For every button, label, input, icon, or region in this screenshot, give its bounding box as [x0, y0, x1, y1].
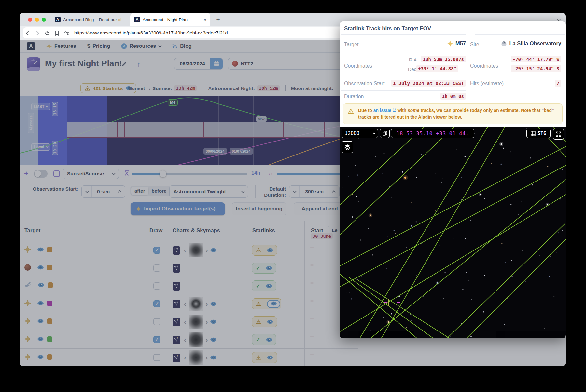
skychart-icon[interactable]: [173, 336, 180, 344]
after-before-toggle[interactable]: after before: [130, 186, 171, 196]
table-row[interactable]: ‹›: [20, 313, 358, 331]
skychart-icon[interactable]: [173, 354, 180, 362]
view-target-icon[interactable]: [38, 283, 44, 287]
observation-segment[interactable]: [244, 122, 283, 138]
tab-night-plan[interactable]: A Arcsecond - Night Plan ×: [130, 13, 210, 26]
new-tab-button[interactable]: +: [214, 16, 222, 23]
skymap-thumbnail[interactable]: [189, 243, 203, 257]
observation-segment[interactable]: [203, 122, 244, 138]
skychart-icon[interactable]: [173, 264, 180, 273]
time-range-slider[interactable]: [132, 173, 247, 175]
projection-button[interactable]: STG: [526, 129, 551, 138]
zoom-window-button[interactable]: [42, 18, 46, 22]
observation-segment[interactable]: [121, 122, 124, 138]
stepper-up-icon[interactable]: [115, 190, 125, 193]
chevron-right-icon[interactable]: ›: [206, 247, 208, 254]
skymap-thumbnail[interactable]: [189, 297, 203, 311]
color-swatch[interactable]: [47, 318, 52, 324]
view-hits-icon[interactable]: [266, 266, 272, 270]
color-swatch[interactable]: [47, 301, 52, 306]
starlink-hits-pill[interactable]: ✓: [252, 280, 276, 291]
view-target-icon[interactable]: [37, 247, 44, 252]
local-time-select[interactable]: Local: [31, 143, 50, 151]
view-hits-icon[interactable]: [267, 248, 273, 252]
draw-checkbox[interactable]: [153, 247, 160, 254]
view-hits-icon[interactable]: [267, 319, 273, 324]
table-row[interactable]: ✓: [20, 277, 358, 295]
observation-segment[interactable]: [163, 122, 203, 138]
starlink-hits-pill[interactable]: [252, 316, 277, 327]
aladin-viewer[interactable]: J2000 18 53 35.10 +33 01 44. STG Center …: [340, 127, 566, 338]
draw-checkbox[interactable]: [153, 264, 160, 272]
draw-checkbox[interactable]: [153, 336, 160, 343]
starlinks-warning-pill[interactable]: 421 Starlinks: [80, 83, 136, 93]
observation-segment[interactable]: [283, 122, 324, 138]
view-target-icon[interactable]: [37, 319, 44, 323]
starlink-hits-pill[interactable]: ✓: [252, 334, 276, 345]
view-target-icon[interactable]: [37, 301, 44, 305]
view-target-icon[interactable]: [37, 337, 44, 341]
forward-icon[interactable]: [33, 30, 42, 36]
observation-segment[interactable]: [124, 122, 163, 138]
chevron-right-icon[interactable]: ›: [206, 336, 208, 344]
close-window-button[interactable]: [28, 18, 32, 22]
view-chart-icon[interactable]: [210, 355, 216, 360]
chevron-left-icon[interactable]: ‹: [184, 300, 186, 308]
sunset-checkbox[interactable]: [53, 170, 60, 177]
nav-blog[interactable]: Blog: [172, 43, 192, 49]
view-hits-icon[interactable]: [271, 301, 277, 306]
timeline-toggle[interactable]: [34, 170, 48, 178]
nav-pricing[interactable]: $ Pricing: [87, 43, 110, 49]
table-row[interactable]: ✓: [20, 259, 358, 277]
slider-handle[interactable]: [160, 170, 166, 177]
view-hits-icon[interactable]: [267, 355, 273, 360]
draw-checkbox[interactable]: [153, 318, 160, 325]
layers-icon[interactable]: [342, 141, 353, 153]
obs-start-stepper[interactable]: 0 sec: [81, 185, 125, 198]
view-chart-icon[interactable]: [210, 319, 216, 324]
date-chip[interactable]: 30/06/2024: [203, 148, 227, 155]
view-target-icon[interactable]: [37, 265, 44, 270]
before-option[interactable]: before: [148, 187, 170, 195]
skychart-icon[interactable]: [173, 318, 180, 326]
chevron-right-icon[interactable]: ›: [206, 300, 208, 308]
chevron-left-icon[interactable]: ‹: [184, 318, 186, 326]
view-hits-icon[interactable]: [266, 337, 272, 342]
back-icon[interactable]: [23, 30, 33, 36]
draw-checkbox[interactable]: [153, 282, 160, 290]
after-option[interactable]: after: [131, 187, 148, 195]
edit-title-icon[interactable]: [121, 61, 127, 68]
skymap-thumbnail[interactable]: [189, 315, 203, 329]
nav-features[interactable]: Features: [46, 43, 76, 49]
issue-link[interactable]: an issue: [373, 108, 396, 113]
swap-horizontal-icon[interactable]: ↔: [268, 170, 273, 177]
stepper-down-icon[interactable]: [82, 190, 91, 193]
color-swatch[interactable]: [47, 354, 52, 360]
twilight-select[interactable]: Astronomical Twilight: [169, 185, 248, 198]
view-chart-icon[interactable]: [210, 248, 216, 252]
color-swatch[interactable]: [47, 247, 52, 252]
upload-plan-icon[interactable]: ↑: [137, 60, 141, 69]
color-swatch[interactable]: [47, 336, 52, 342]
table-row[interactable]: ‹›: [20, 349, 358, 366]
append-at-end-button[interactable]: Append at end: [294, 202, 346, 215]
date-chip[interactable]: 01/07/2024: [230, 148, 253, 155]
starlink-hits-pill[interactable]: [252, 245, 277, 256]
observation-segment[interactable]: [117, 122, 121, 138]
arcsecond-logo[interactable]: A: [27, 42, 35, 50]
table-row[interactable]: ‹›: [20, 295, 358, 313]
skymap-thumbnail[interactable]: [189, 332, 203, 347]
coordinates-input[interactable]: 18 53 35.10 +33 01 44.: [391, 129, 474, 138]
starlink-hits-pill[interactable]: [252, 298, 281, 309]
site-info-icon[interactable]: [62, 30, 72, 36]
starlink-hits-pill[interactable]: [252, 352, 277, 363]
frame-select[interactable]: J2000: [342, 129, 378, 138]
view-target-icon[interactable]: [37, 355, 44, 359]
skychart-icon[interactable]: [173, 282, 180, 291]
default-duration-stepper[interactable]: 300 sec: [289, 185, 340, 198]
view-chart-icon[interactable]: [210, 302, 216, 306]
telescope-select[interactable]: NTT2: [228, 58, 342, 70]
table-row[interactable]: ‹›: [20, 241, 358, 259]
import-targets-button[interactable]: Import Observation Target(s)...: [131, 202, 225, 215]
insert-at-beginning-button[interactable]: Insert at beginning: [232, 202, 286, 215]
